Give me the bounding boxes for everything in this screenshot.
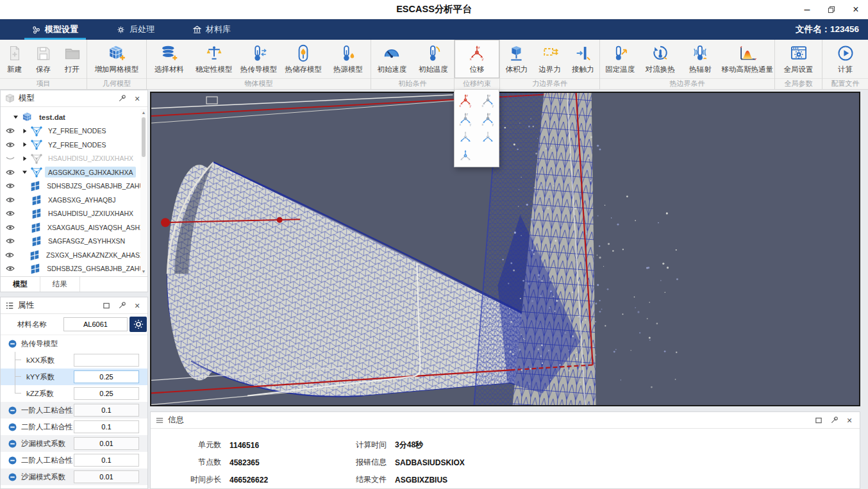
initial-velocity-button[interactable]: 初始速度 — [371, 40, 413, 78]
visibility-toggle[interactable] — [1, 195, 20, 205]
open-folder-button[interactable]: 打开 — [58, 40, 87, 78]
tree-item[interactable]: AGSGKJKG_GJHXAJKHXA — [1, 165, 147, 179]
tree-item-label[interactable]: SDHSBJZS_GHSABJHB_ZAHU — [44, 263, 147, 274]
displacement-option-4[interactable]: zxy — [477, 110, 499, 128]
property-value-input[interactable] — [74, 354, 139, 367]
body-force-button[interactable]: 体积力 — [500, 40, 533, 78]
tree-root-item[interactable]: test.dat — [1, 110, 147, 124]
property-value-input[interactable] — [74, 470, 139, 483]
radiation-button[interactable]: 热辐射 — [680, 40, 721, 78]
new-file-button[interactable]: 新建 — [0, 40, 29, 78]
visibility-toggle[interactable] — [1, 236, 20, 246]
expand-caret[interactable] — [20, 141, 29, 148]
property-value-input[interactable] — [74, 387, 139, 400]
scroll-up-arrow[interactable]: ▲ — [140, 109, 147, 116]
visibility-toggle[interactable] — [1, 181, 19, 191]
pin-icon[interactable] — [116, 300, 128, 311]
displacement-option-3[interactable]: zxy — [455, 110, 477, 128]
contact-force-button[interactable]: 接触力 — [566, 40, 599, 78]
tree-item-label[interactable]: SDHSBJZS_GHSABJHB_ZAHU — [44, 181, 147, 192]
tree-item[interactable]: XSAXGAUS_AISYAQSH_ASHX — [1, 220, 147, 235]
visibility-toggle[interactable] — [1, 126, 20, 136]
pin-icon[interactable] — [828, 415, 840, 426]
tree-item-label[interactable]: YZ_FREE_NODES — [45, 139, 109, 150]
tree-item[interactable]: SAGFASGZ_ASYHHXSN — [1, 235, 147, 249]
stability-model-button[interactable]: 稳定性模型 — [192, 40, 237, 78]
collapse-minus-icon[interactable] — [8, 440, 17, 448]
property-row[interactable]: 二阶人工粘合性 — [1, 452, 147, 468]
restore-button[interactable] — [819, 0, 844, 19]
tree-item[interactable]: SDHSBJZS_GHSABJHB_ZAHU — [1, 179, 147, 194]
property-row[interactable]: 沙漏模式系数 — [1, 468, 147, 485]
visibility-toggle[interactable] — [1, 263, 19, 274]
tree-item[interactable]: ZSXGX_HSAKAZNZXK_AHASX — [1, 248, 147, 262]
heat-storage-model-button[interactable]: 热储存模型 — [281, 40, 326, 78]
moving-gauss-flux-button[interactable]: 移动高斯热通量 — [721, 40, 775, 78]
pin-icon[interactable] — [116, 93, 128, 104]
close-icon[interactable]: × — [131, 300, 143, 311]
property-value-input[interactable] — [74, 404, 139, 417]
visibility-toggle[interactable] — [1, 250, 19, 260]
heat-source-model-button[interactable]: 热源模型 — [326, 40, 371, 78]
tab-material-lib[interactable]: 材料库 — [183, 19, 241, 40]
property-row[interactable]: kXX系数 — [1, 352, 147, 369]
tab-post-process[interactable]: 后处理 — [106, 19, 165, 40]
viewport-3d[interactable] — [150, 92, 860, 406]
collapse-minus-icon[interactable] — [8, 406, 17, 415]
collapse-minus-icon[interactable] — [8, 473, 17, 481]
scroll-down-arrow[interactable]: ▼ — [140, 268, 147, 275]
tree-item-label[interactable]: HSAUHDISU_JZXIUXHAHX — [45, 153, 137, 164]
material-name-input[interactable] — [63, 317, 128, 331]
tree-item-label[interactable]: HSAUHDISU_JZXIUXHAHX — [45, 208, 137, 219]
tree-item[interactable]: SDHSBJZS_GHSABJHB_ZAHU — [1, 262, 147, 276]
tab-model-setup[interactable]: 模型设置 — [22, 19, 88, 40]
collapse-minus-icon[interactable] — [8, 456, 17, 465]
expand-caret[interactable] — [20, 155, 29, 162]
convection-button[interactable]: 对流换热 — [640, 40, 681, 78]
save-button[interactable]: 保存 — [29, 40, 58, 78]
tree-item-label[interactable]: XSAXGAUS_AISYAQSH_ASHX — [44, 222, 147, 233]
tree-item[interactable]: XAGBSXG_AYHAQBJ — [1, 193, 147, 207]
panel-tab-model[interactable]: 模型 — [1, 277, 40, 292]
close-icon[interactable]: × — [131, 93, 143, 104]
tree-item-label[interactable]: AGSGKJKG_GJHXAJKHXA — [45, 167, 136, 178]
scroll-thumb[interactable] — [142, 117, 146, 157]
tree-item-label[interactable]: YZ_FREE_NODES — [45, 126, 109, 137]
property-row[interactable]: 一阶人工粘合性 — [1, 402, 147, 419]
material-settings-button[interactable] — [129, 317, 147, 332]
fixed-temperature-button[interactable]: 固定温度 — [600, 40, 640, 78]
tree-item-label[interactable]: test.dat — [36, 112, 69, 122]
tree-item[interactable]: YZ_FREE_NODES — [1, 124, 147, 138]
collapse-minus-icon[interactable] — [8, 423, 17, 431]
property-row[interactable]: 热传导模型 — [1, 335, 147, 352]
minimize-button[interactable]: – — [795, 0, 819, 19]
collapse-minus-icon[interactable] — [8, 340, 17, 348]
visibility-toggle[interactable] — [1, 222, 20, 233]
close-button[interactable]: × — [844, 0, 868, 19]
visibility-toggle[interactable] — [1, 208, 20, 219]
property-value-input[interactable] — [74, 437, 139, 450]
property-value-input[interactable] — [74, 420, 139, 433]
expand-caret[interactable] — [11, 113, 21, 120]
close-icon[interactable]: × — [844, 415, 855, 426]
displacement-option-7[interactable] — [455, 147, 477, 165]
visibility-toggle[interactable] — [1, 153, 20, 163]
tree-item-label[interactable]: ZSXGX_HSAKAZNZXK_AHASX — [43, 249, 147, 260]
heat-conduction-model-button[interactable]: 热传导模型 — [237, 40, 281, 78]
property-row[interactable]: kZZ系数 — [1, 385, 147, 402]
maximize-icon[interactable] — [101, 300, 112, 311]
tree-item-label[interactable]: XAGBSXG_AYHAQBJ — [45, 194, 119, 205]
initial-temperature-button[interactable]: 初始温度 — [413, 40, 455, 78]
property-value-input[interactable] — [74, 454, 139, 467]
expand-caret[interactable] — [20, 128, 29, 135]
compute-button[interactable]: 计算 — [822, 40, 868, 78]
boundary-force-button[interactable]: 边界力 — [533, 40, 567, 78]
tree-item[interactable]: YZ_FREE_NODES — [1, 138, 147, 152]
expand-caret[interactable] — [20, 169, 29, 176]
tree-scrollbar[interactable]: ▲ ▼ — [140, 109, 147, 275]
tree-item-label[interactable]: SAGFASGZ_ASYHHXSN — [45, 236, 128, 247]
visibility-toggle[interactable] — [1, 167, 20, 178]
property-value-input[interactable] — [74, 370, 139, 383]
property-row[interactable]: 沙漏模式系数 — [1, 435, 147, 452]
displacement-option-6[interactable] — [477, 128, 499, 147]
